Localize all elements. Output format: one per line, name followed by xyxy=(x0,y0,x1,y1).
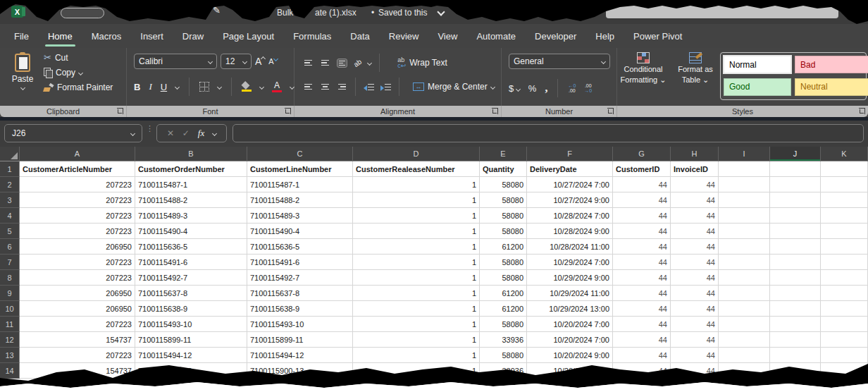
tab-developer[interactable]: Developer xyxy=(535,31,576,42)
formula-input[interactable] xyxy=(232,124,864,142)
cell[interactable]: 7100115638-9 xyxy=(135,301,247,317)
cell[interactable] xyxy=(719,363,770,379)
saved-status-chevron-icon[interactable] xyxy=(437,8,445,16)
tab-draw[interactable]: Draw xyxy=(182,31,204,42)
cell[interactable]: 206950 xyxy=(20,301,135,317)
cell[interactable] xyxy=(770,363,821,379)
cell-style-bad[interactable]: Bad xyxy=(795,56,868,73)
align-top-button[interactable] xyxy=(303,59,314,68)
cell[interactable] xyxy=(719,301,770,317)
align-center-button[interactable] xyxy=(320,82,330,92)
cell[interactable]: 7100115637-8 xyxy=(135,286,247,301)
cell[interactable]: 10/28/2024 7:00 xyxy=(527,208,613,223)
font-dialog-launcher[interactable] xyxy=(285,108,291,114)
cell[interactable] xyxy=(719,270,770,286)
cell[interactable]: 207223 xyxy=(20,317,135,332)
cell[interactable]: 44 xyxy=(613,223,671,239)
tab-file[interactable]: File xyxy=(14,31,29,42)
cell[interactable]: 44 xyxy=(613,255,671,270)
cell-style-neutral[interactable]: Neutral xyxy=(795,78,868,96)
cell[interactable] xyxy=(770,208,821,223)
tab-formulas[interactable]: Formulas xyxy=(293,31,331,42)
cell[interactable] xyxy=(821,348,868,363)
cell[interactable] xyxy=(770,348,821,363)
cell[interactable] xyxy=(821,192,868,208)
format-painter-button[interactable]: Format Painter xyxy=(44,82,113,92)
cell[interactable]: 154737 xyxy=(20,332,135,348)
increase-decimal-button[interactable]: ←0.00 xyxy=(568,83,576,93)
cell[interactable]: 1 xyxy=(353,301,480,317)
cell[interactable]: 10/20/2024 7:00 xyxy=(527,317,613,332)
font-name-combo[interactable]: Calibri xyxy=(134,54,217,69)
cell[interactable]: 44 xyxy=(671,332,719,348)
cell[interactable]: CustomerRealeaseNumber xyxy=(353,161,480,177)
row-header-11[interactable]: 11 xyxy=(0,317,20,332)
cell[interactable] xyxy=(821,332,868,348)
cell[interactable]: 44 xyxy=(613,270,671,286)
cell[interactable]: 1 xyxy=(353,223,480,239)
cell[interactable]: 44 xyxy=(671,239,719,255)
increase-font-button[interactable]: A xyxy=(255,56,265,67)
cell[interactable] xyxy=(770,286,821,301)
align-middle-button[interactable] xyxy=(320,59,330,68)
column-header-K[interactable]: K xyxy=(821,147,868,161)
cell[interactable]: 44 xyxy=(613,363,671,379)
cell[interactable]: 7100115488-2 xyxy=(247,192,353,208)
cell[interactable] xyxy=(719,255,770,270)
cell[interactable]: 7100115488-2 xyxy=(135,192,247,208)
cell[interactable] xyxy=(770,317,821,332)
cell[interactable] xyxy=(821,223,868,239)
cell[interactable] xyxy=(770,332,821,348)
cell[interactable] xyxy=(770,177,821,192)
cell[interactable]: 206950 xyxy=(20,239,135,255)
cell[interactable]: 10/29/2024 7:00 xyxy=(527,255,613,270)
cell[interactable]: 44 xyxy=(613,192,671,208)
cell[interactable]: 1 xyxy=(353,286,480,301)
underline-button[interactable]: U xyxy=(161,82,167,92)
fill-color-chevron-icon[interactable] xyxy=(259,84,264,89)
row-header-5[interactable]: 5 xyxy=(0,223,20,239)
decrease-font-button[interactable]: A xyxy=(268,57,277,66)
cell[interactable] xyxy=(719,161,770,177)
excel-app-icon[interactable]: X xyxy=(11,6,23,18)
cell[interactable]: 7100115490-4 xyxy=(135,223,247,239)
cell[interactable]: 7100115491-6 xyxy=(135,255,247,270)
cell[interactable]: 7100115494-12 xyxy=(135,348,247,363)
cell[interactable]: 44 xyxy=(671,208,719,223)
column-header-F[interactable]: F xyxy=(527,147,613,161)
cell[interactable]: 44 xyxy=(671,255,719,270)
cell[interactable]: 207223 xyxy=(20,270,135,286)
row-header-8[interactable]: 8 xyxy=(0,270,20,286)
cell[interactable]: 61200 xyxy=(480,301,527,317)
cell[interactable]: 1 xyxy=(353,348,480,363)
row-header-13[interactable]: 13 xyxy=(0,348,20,363)
align-right-button[interactable] xyxy=(337,82,347,92)
cell[interactable]: 206950 xyxy=(20,286,135,301)
cell[interactable]: 7100115636-5 xyxy=(247,239,353,255)
cell[interactable]: 44 xyxy=(671,177,719,192)
styles-dialog-launcher[interactable] xyxy=(859,108,865,114)
cell[interactable]: 7100115638-9 xyxy=(247,301,353,317)
column-header-E[interactable]: E xyxy=(480,147,527,161)
cell[interactable] xyxy=(770,239,821,255)
row-header-4[interactable]: 4 xyxy=(0,208,20,223)
number-dialog-launcher[interactable] xyxy=(607,108,614,114)
cell[interactable]: 44 xyxy=(671,363,719,379)
tab-data[interactable]: Data xyxy=(350,31,369,42)
borders-button[interactable] xyxy=(199,82,209,92)
column-header-G[interactable]: G xyxy=(613,147,671,161)
cell[interactable] xyxy=(719,239,770,255)
cell[interactable] xyxy=(719,332,770,348)
tab-power-pivot[interactable]: Power Pivot xyxy=(633,31,682,42)
cell[interactable]: 7100115490-4 xyxy=(247,223,353,239)
cell[interactable]: 44 xyxy=(613,301,671,317)
cell[interactable] xyxy=(821,301,868,317)
cell[interactable] xyxy=(821,286,868,301)
cell[interactable]: 44 xyxy=(613,317,671,332)
cell[interactable]: 1 xyxy=(353,239,480,255)
cell[interactable] xyxy=(770,301,821,317)
fill-color-button[interactable] xyxy=(242,82,252,92)
cell[interactable]: 44 xyxy=(671,223,719,239)
cell[interactable] xyxy=(770,223,821,239)
cell[interactable] xyxy=(719,286,770,301)
